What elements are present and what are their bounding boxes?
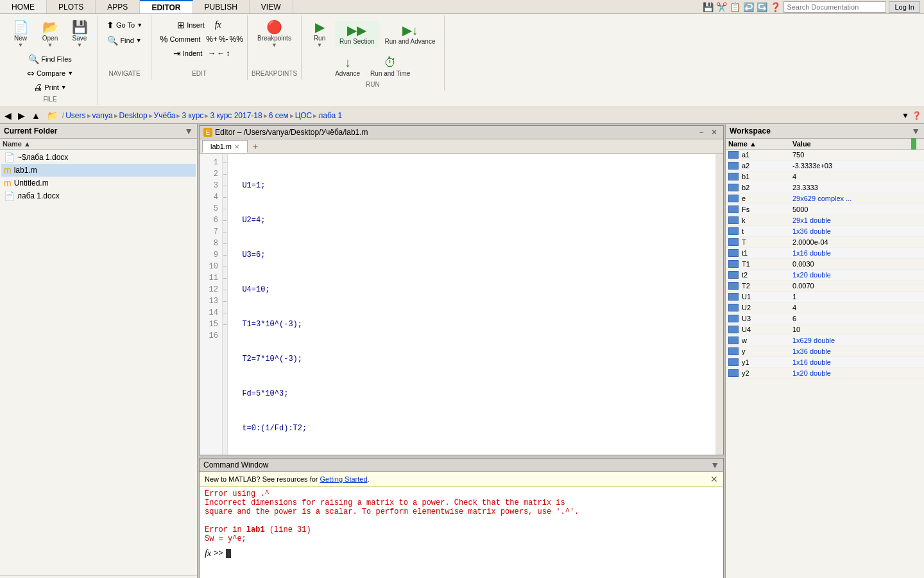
cmd-cursor[interactable] (226, 549, 231, 558)
ws-row-U3[interactable]: U3 6 (726, 313, 924, 324)
details-panel: Details ▲ (0, 575, 197, 578)
bp-arrow[interactable]: ▼ (271, 42, 277, 48)
nav-forward-button[interactable]: ▶ (16, 110, 27, 121)
print-button[interactable]: 🖨 Print ▼ (29, 80, 71, 94)
fx-button[interactable]: fx (210, 18, 226, 32)
ws-row-a2[interactable]: a2 -3.3333e+03 (726, 161, 924, 171)
addr-vanya[interactable]: vanya (92, 111, 113, 120)
editor-minimize-button[interactable]: − (696, 127, 706, 137)
ws-row-Fs[interactable]: Fs 5000 (726, 204, 924, 215)
run-arrow[interactable]: ▼ (317, 42, 323, 48)
ws-row-U1[interactable]: U1 1 (726, 292, 924, 302)
addr-ucheba[interactable]: Учёба (154, 111, 176, 120)
list-item[interactable]: m lab1.m (1, 164, 196, 177)
workspace-menu-icon[interactable]: ▼ (911, 126, 920, 136)
ws-row-t2[interactable]: t2 1x20 double (726, 270, 924, 281)
breakpoints-button[interactable]: 🔴 Breakpoints ▼ (253, 18, 296, 51)
editor-content[interactable]: U1=1; U2=4; U3=6; U4=10; T1=3*10^(-3); T… (228, 154, 715, 455)
ws-row-e[interactable]: e 29x629 complex ... (726, 193, 924, 204)
ws-row-a1[interactable]: a1 750 (726, 150, 924, 161)
ws-row-T2[interactable]: T2 0.0070 (726, 281, 924, 292)
ws-var-icon (728, 315, 739, 322)
ws-row-U4[interactable]: U4 10 (726, 324, 924, 335)
ws-var-icon (728, 151, 739, 159)
editor-close-button[interactable]: ✕ (709, 127, 719, 137)
tab-lab1m[interactable]: lab1.m ✕ (202, 140, 248, 153)
run-and-time-button[interactable]: ⏱ Run and Time (366, 53, 415, 80)
menu-tab-home[interactable]: HOME (0, 0, 47, 13)
open-icon: 📂 (42, 21, 58, 33)
find-button[interactable]: 🔍 Find ▼ (103, 33, 146, 48)
search-documentation-input[interactable] (783, 1, 886, 13)
ws-row-b1[interactable]: b1 4 (726, 171, 924, 182)
menu-tab-apps[interactable]: APPS (96, 0, 140, 13)
ws-row-T1[interactable]: T1 0.0030 (726, 259, 924, 270)
folder-col-header: Name ▲ (0, 139, 197, 150)
editor-title-text: Editor – /Users/vanya/Desktop/Учёба/lab1… (215, 128, 368, 137)
editor-scrollbar[interactable] (715, 154, 723, 455)
ws-row-w[interactable]: w 1x629 double (726, 335, 924, 346)
ws-row-t[interactable]: t 1x36 double (726, 226, 924, 237)
new-button[interactable]: 📄 New ▼ (6, 18, 35, 51)
nav-up-button[interactable]: ▲ (30, 110, 42, 121)
nav-back-button[interactable]: ◀ (3, 110, 13, 121)
addr-lab1[interactable]: лаба 1 (318, 111, 342, 120)
indent-button[interactable]: ⇥ Indent (169, 46, 207, 60)
ws-row-y1[interactable]: y1 1x16 double (726, 357, 924, 368)
ws-row-y2[interactable]: y2 1x20 double (726, 368, 924, 379)
ws-row-T[interactable]: T 2.0000e-04 (726, 237, 924, 248)
menu-tab-view[interactable]: VIEW (250, 0, 293, 13)
list-item[interactable]: 📄 ~$лаба 1.docx (1, 151, 196, 164)
toolbar-icon-4[interactable]: ↩️ (743, 2, 754, 12)
ws-row-b2[interactable]: b2 23.3333 (726, 182, 924, 193)
close-notice-button[interactable]: ✕ (710, 474, 718, 484)
open-button[interactable]: 📂 Open ▼ (36, 18, 64, 51)
tab-add-button[interactable]: + (248, 139, 263, 153)
ws-row-U2[interactable]: U2 4 (726, 302, 924, 313)
list-item[interactable]: m Untitled.m (1, 177, 196, 189)
ws-row-y[interactable]: y 1x36 double (726, 346, 924, 357)
run-button[interactable]: ▶ Run ▼ (305, 18, 334, 51)
toolbar-icon-3[interactable]: 📋 (730, 2, 740, 12)
ws-row-t1[interactable]: t1 1x16 double (726, 248, 924, 259)
toolbar-icon-5[interactable]: ↪️ (757, 2, 767, 12)
menu-tab-publish[interactable]: PUBLISH (193, 0, 250, 13)
save-button[interactable]: 💾 Save ▼ (65, 18, 94, 51)
current-folder-menu-icon[interactable]: ▼ (184, 126, 193, 136)
advance-button[interactable]: ↓ Advance (330, 53, 364, 80)
nav-browse-button[interactable]: 📁 (45, 110, 60, 121)
goto-button[interactable]: ⬆ Go To ▼ (102, 18, 147, 32)
editor-line-5: T1=3*10^(-3); (233, 319, 710, 330)
addr-cos[interactable]: ЦОС (295, 111, 312, 120)
addr-desktop[interactable]: Desktop (119, 111, 148, 120)
open-dropdown-arrow[interactable]: ▼ (47, 42, 53, 48)
addr-help-icon[interactable]: ❓ (912, 111, 921, 120)
run-and-advance-button[interactable]: ▶↓ Run and Advance (381, 21, 440, 48)
find-files-button[interactable]: 🔍 Find Files (24, 52, 76, 66)
menu-tab-editor[interactable]: EDITOR (140, 0, 193, 13)
cmd-error-line1: Error using .^ (205, 489, 718, 498)
save-dropdown-arrow[interactable]: ▼ (77, 42, 83, 48)
cmd-content[interactable]: Error using .^ Incorrect dimensions for … (200, 487, 723, 578)
ws-row-k[interactable]: k 29x1 double (726, 215, 924, 226)
run-row1: ▶ Run ▼ ▶▶ Run Section ▶↓ Run and Advanc… (305, 18, 440, 51)
toolbar-icon-2[interactable]: ✂️ (716, 2, 727, 12)
addr-3kurs[interactable]: 3 курс (182, 111, 203, 120)
run-section-button[interactable]: ▶▶ Run Section (335, 21, 379, 48)
list-item[interactable]: 📄 лаба 1.docx (1, 189, 196, 202)
login-button[interactable]: Log In (889, 1, 920, 13)
toolbar-icon-6[interactable]: ❓ (770, 2, 781, 12)
addr-dropdown-icon[interactable]: ▼ (902, 111, 909, 120)
insert-button[interactable]: ⊞ Insert (173, 18, 209, 32)
addr-3kurs1718[interactable]: 3 курс 2017-18 (210, 111, 262, 120)
getting-started-link[interactable]: Getting Started (320, 475, 368, 483)
tab-close-button[interactable]: ✕ (234, 143, 239, 150)
addr-users[interactable]: Users (65, 111, 85, 120)
menu-tab-plots[interactable]: PLOTS (47, 0, 96, 13)
cmd-menu-icon[interactable]: ▼ (710, 460, 719, 470)
compare-button[interactable]: ⇔ Compare ▼ (22, 66, 78, 80)
toolbar-icon-1[interactable]: 💾 (703, 2, 714, 12)
new-dropdown-arrow[interactable]: ▼ (18, 42, 24, 48)
comment-button[interactable]: % Comment (155, 32, 205, 46)
addr-6sem[interactable]: 6 сем (269, 111, 289, 120)
